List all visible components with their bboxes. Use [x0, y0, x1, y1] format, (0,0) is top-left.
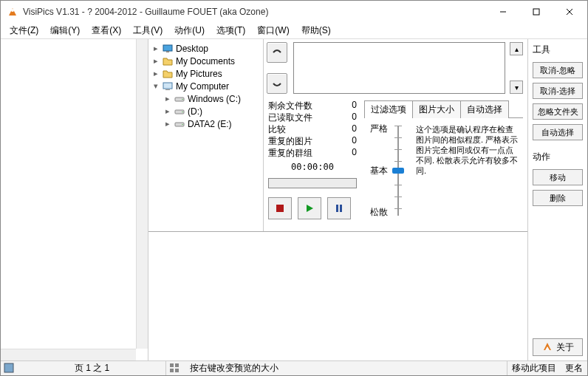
svg-rect-8 [165, 89, 170, 90]
status-move-item[interactable]: 移动此项目 [507, 361, 561, 375]
stat-read-label: 已读取文件 [268, 112, 312, 123]
tree-label: My Pictures [176, 69, 222, 79]
tree-item-drive-e[interactable]: ▸ DATA2 (E:) [150, 117, 261, 130]
menu-file[interactable]: 文件(Z) [4, 23, 44, 38]
svg-rect-2 [533, 9, 539, 15]
stat-duppics-value: 0 [352, 135, 357, 147]
computer-icon [162, 81, 174, 92]
tree-item-mypics[interactable]: ▸ My Pictures [150, 67, 261, 80]
menu-actions[interactable]: 动作(U) [168, 23, 211, 38]
horizontal-scrollbar[interactable] [1, 349, 136, 360]
expand-icon[interactable]: ▸ [151, 69, 160, 78]
svg-rect-16 [336, 205, 338, 212]
tree-label: My Computer [176, 81, 229, 92]
stat-read-value: 0 [352, 112, 357, 123]
svg-rect-21 [170, 369, 174, 372]
status-message: 按右键改变预览的大小 [184, 361, 507, 375]
add-folder-button[interactable] [267, 42, 287, 63]
window-title: VisiPics V1.31 - ? 2004-2012 - Guillaume… [23, 7, 486, 17]
expand-icon[interactable]: ▸ [163, 95, 171, 103]
statusbar: 页 1 之 1 按右键改变预览的大小 移动此项目 更名 [1, 360, 587, 375]
stat-dupgroups-value: 0 [352, 147, 357, 159]
tab-filter[interactable]: 过滤选项 [364, 100, 413, 118]
tree-label: My Documents [176, 56, 235, 66]
svg-rect-6 [166, 51, 169, 52]
list-up-button[interactable]: ▴ [510, 42, 523, 55]
similarity-slider[interactable] [392, 123, 410, 219]
tree-item-drive-c[interactable]: ▸ Windows (C:) [150, 92, 261, 105]
svg-rect-19 [170, 363, 174, 367]
menu-view[interactable]: 查看(X) [86, 23, 127, 38]
stat-compare-value: 0 [352, 123, 357, 135]
collapse-icon[interactable]: ▾ [151, 82, 160, 90]
vertical-scrollbar[interactable] [136, 39, 148, 349]
drive-icon [174, 93, 185, 105]
drive-icon [174, 118, 185, 130]
menubar: 文件(Z) 编辑(Y) 查看(X) 工具(V) 动作(U) 选项(T) 窗口(W… [1, 23, 587, 39]
about-label: 关于 [556, 341, 574, 354]
menu-edit[interactable]: 编辑(Y) [44, 23, 86, 38]
expand-icon[interactable]: ▸ [163, 107, 171, 115]
tools-header: 工具 [533, 44, 583, 56]
stat-dupgroups-label: 重复的群组 [268, 147, 312, 159]
fox-icon [541, 341, 553, 355]
svg-rect-18 [4, 363, 13, 372]
progress-bar [268, 178, 357, 188]
tree-label: Windows (C:) [188, 94, 241, 104]
svg-rect-22 [175, 369, 179, 372]
folder-icon [162, 68, 174, 80]
tree-item-mycomp[interactable]: ▾ My Computer [150, 80, 261, 92]
expand-icon[interactable]: ▸ [163, 120, 171, 128]
svg-point-0 [11, 9, 14, 12]
svg-point-12 [182, 111, 183, 112]
tree-item-drive-d[interactable]: ▸ (D:) [150, 105, 261, 117]
menu-help[interactable]: 帮助(S) [295, 23, 337, 38]
menu-window[interactable]: 窗口(W) [251, 23, 295, 38]
stop-button[interactable] [268, 197, 292, 219]
svg-point-14 [182, 123, 183, 125]
slider-label-basic: 基本 [367, 165, 388, 177]
thumbnail-pane [1, 39, 148, 360]
svg-point-10 [182, 98, 183, 100]
svg-rect-7 [163, 83, 172, 89]
cancel-select-button[interactable]: 取消-选择 [533, 83, 583, 99]
tab-autoselect[interactable]: 自动选择 [460, 100, 509, 118]
svg-rect-17 [340, 205, 342, 212]
play-button[interactable] [298, 197, 321, 219]
status-icon-grid[interactable] [169, 363, 181, 375]
page-indicator: 页 1 之 1 [18, 361, 166, 375]
tree-label: DATA2 (E:) [188, 119, 232, 129]
close-button[interactable] [553, 1, 586, 22]
delete-button[interactable]: 删除 [533, 190, 583, 206]
tree-item-desktop[interactable]: ▸ Desktop [150, 42, 261, 55]
tree-label: Desktop [176, 44, 208, 54]
minimize-button[interactable] [486, 1, 519, 22]
pause-button[interactable] [327, 197, 351, 219]
ignore-folder-button[interactable]: 忽略文件夹 [533, 103, 583, 120]
app-logo [7, 6, 18, 18]
about-button[interactable]: 关于 [533, 338, 583, 356]
stat-remaining-label: 剩余文件数 [268, 100, 312, 112]
selected-folders-list[interactable] [293, 42, 505, 94]
move-button[interactable]: 移动 [533, 169, 583, 185]
tree-item-mydocs[interactable]: ▸ My Documents [150, 55, 261, 67]
menu-options[interactable]: 选项(T) [211, 23, 251, 38]
stat-duppics-label: 重复的图片 [268, 135, 312, 147]
list-down-button[interactable]: ▾ [510, 81, 523, 94]
cancel-ignore-button[interactable]: 取消-忽略 [533, 62, 583, 78]
slider-thumb[interactable] [392, 168, 404, 174]
folder-tree[interactable]: ▸ Desktop ▸ My Documents ▸ My Pictures ▾ [148, 39, 264, 231]
remove-folder-button[interactable] [267, 73, 287, 94]
tab-size[interactable]: 图片大小 [412, 100, 461, 118]
drive-icon [174, 106, 185, 117]
expand-icon[interactable]: ▸ [151, 44, 160, 52]
maximize-button[interactable] [519, 1, 553, 22]
status-rename[interactable]: 更名 [561, 361, 587, 375]
status-icon-left [4, 363, 16, 375]
slider-label-loose: 松散 [367, 206, 388, 219]
autoselect-button[interactable]: 自动选择 [533, 124, 583, 140]
menu-tools[interactable]: 工具(V) [127, 23, 168, 38]
expand-icon[interactable]: ▸ [151, 57, 160, 65]
stat-remaining-value: 0 [352, 100, 357, 112]
preview-panel[interactable] [148, 231, 527, 360]
